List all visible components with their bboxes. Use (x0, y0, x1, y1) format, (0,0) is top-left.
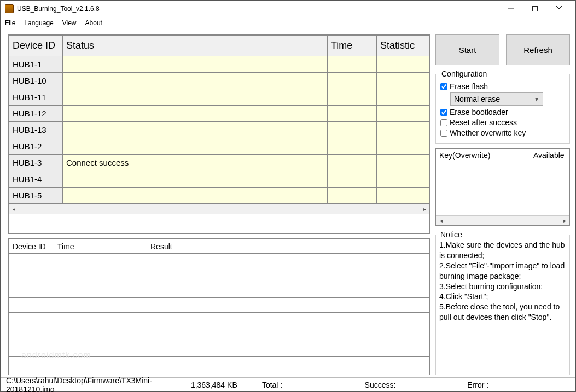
scroll-left-icon[interactable]: ◂ (9, 206, 19, 212)
erase-flash-checkbox[interactable]: Erase flash (440, 82, 565, 91)
table-row[interactable]: HUB1-3Connect success (9, 155, 429, 171)
col-key-overwrite[interactable]: Key(Overwrite) (436, 149, 530, 162)
overwrite-key-checkbox[interactable]: Whether overwrite key (440, 128, 565, 137)
svg-rect-0 (533, 7, 538, 11)
minimize-button[interactable] (499, 1, 523, 16)
menubar: File Language View About (1, 17, 575, 29)
table-row[interactable]: HUB1-10 (9, 73, 429, 89)
horizontal-scrollbar[interactable]: ◂ ▸ (9, 204, 429, 214)
status-total: Total : (262, 381, 365, 389)
table-row (9, 283, 429, 298)
table-row (9, 313, 429, 327)
erase-bootloader-checkbox[interactable]: Erase bootloader (440, 108, 565, 116)
status-size: 1,363,484 KB (191, 381, 262, 389)
col-available[interactable]: Available (530, 149, 569, 162)
close-button[interactable] (547, 1, 571, 16)
menu-about[interactable]: About (85, 19, 102, 27)
table-row (9, 268, 429, 283)
result-table[interactable]: Device ID Time Result (8, 238, 430, 375)
notice-legend: Notice (439, 230, 463, 239)
scroll-right-icon[interactable]: ▸ (560, 218, 569, 224)
config-legend: Configuration (440, 69, 488, 78)
col-device-id[interactable]: Device ID (9, 239, 54, 254)
table-row[interactable]: HUB1-2 (9, 138, 429, 155)
maximize-button[interactable] (523, 1, 547, 16)
table-row (9, 298, 429, 313)
status-error: Error : (467, 381, 570, 389)
col-statistic[interactable]: Statistic (377, 36, 429, 56)
col-device-id[interactable]: Device ID (9, 36, 63, 56)
table-row[interactable]: HUB1-4 (9, 171, 429, 188)
table-row[interactable]: HUB1-12 (9, 106, 429, 122)
notice-group: Notice 1.Make sure the devices and the h… (435, 230, 570, 375)
table-row[interactable]: HUB1-11 (9, 89, 429, 106)
col-result[interactable]: Result (147, 239, 429, 254)
configuration-group: Configuration Erase flash Normal erase ▼… (435, 69, 570, 144)
statusbar: C:\Users\rahul\Desktop\Firmware\TX3Mini-… (1, 377, 575, 391)
chevron-down-icon: ▼ (534, 96, 539, 102)
scroll-left-icon[interactable]: ◂ (436, 218, 446, 224)
key-table[interactable]: Key(Overwrite) Available ◂ ▸ (435, 148, 570, 226)
titlebar: USB_Burning_Tool_v2.1.6.8 (1, 1, 575, 17)
start-button[interactable]: Start (435, 34, 499, 65)
app-icon (5, 4, 14, 13)
table-row[interactable]: HUB1-13 (9, 122, 429, 138)
status-path: C:\Users\rahul\Desktop\Firmware\TX3Mini-… (6, 376, 191, 393)
device-table[interactable]: Device ID Status Time Statistic HUB1-1HU… (8, 34, 430, 234)
reset-after-checkbox[interactable]: Reset after success (440, 118, 565, 127)
scroll-right-icon[interactable]: ▸ (420, 206, 429, 212)
notice-text: 1.Make sure the devices and the hub is c… (439, 240, 566, 323)
refresh-button[interactable]: Refresh (506, 34, 570, 65)
window-title: USB_Burning_Tool_v2.1.6.8 (17, 5, 499, 13)
menu-language[interactable]: Language (24, 19, 53, 27)
col-time[interactable]: Time (328, 36, 377, 56)
menu-view[interactable]: View (62, 19, 77, 27)
table-row[interactable]: HUB1-1 (9, 56, 429, 73)
table-row (9, 327, 429, 342)
col-time[interactable]: Time (54, 239, 147, 254)
horizontal-scrollbar[interactable]: ◂ ▸ (436, 215, 569, 225)
status-success: Success: (365, 381, 468, 389)
menu-file[interactable]: File (5, 19, 15, 27)
table-row (9, 342, 429, 357)
erase-mode-select[interactable]: Normal erase ▼ (450, 92, 543, 106)
col-status[interactable]: Status (63, 36, 328, 56)
table-row[interactable]: HUB1-5 (9, 188, 429, 204)
table-row (9, 254, 429, 268)
